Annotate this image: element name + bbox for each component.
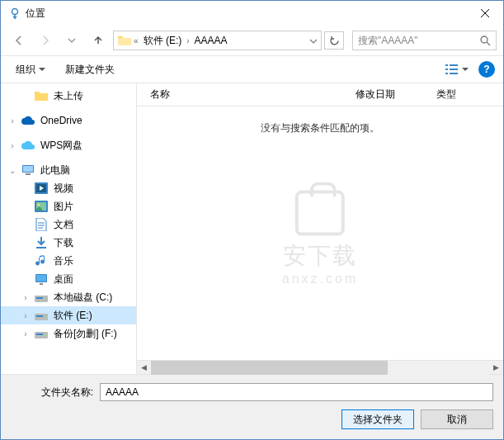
address-dropdown[interactable]: [309, 36, 318, 45]
toolbar: 组织 新建文件夹 ?: [1, 55, 503, 83]
svg-rect-7: [450, 73, 458, 74]
svg-rect-2: [445, 64, 448, 66]
svg-rect-18: [36, 275, 46, 282]
search-input[interactable]: 搜索"AAAAA": [352, 31, 497, 50]
close-button[interactable]: [466, 1, 503, 26]
wps-icon: [21, 138, 35, 153]
svg-rect-10: [26, 173, 31, 175]
empty-message: 没有与搜索条件匹配的项。: [137, 106, 503, 135]
drive-icon: [34, 326, 49, 341]
svg-rect-21: [36, 297, 43, 299]
foldername-label: 文件夹名称:: [11, 386, 93, 400]
expand-icon[interactable]: ›: [21, 311, 31, 320]
titlebar: 位置: [1, 1, 503, 26]
tree-downloads[interactable]: 下载: [1, 234, 136, 252]
svg-point-25: [45, 316, 46, 318]
desktop-icon: [34, 272, 49, 286]
scroll-thumb[interactable]: [151, 361, 388, 375]
svg-point-1: [481, 36, 488, 43]
tree-soft-e[interactable]: ›软件 (E:): [1, 306, 136, 324]
tree-desktop[interactable]: 桌面: [1, 270, 136, 288]
pc-icon: [21, 163, 35, 177]
cancel-button[interactable]: 取消: [421, 409, 493, 429]
tree-video[interactable]: 视频: [1, 179, 136, 197]
drive-icon: [34, 308, 49, 323]
folder-icon: [34, 88, 49, 103]
svg-rect-9: [23, 166, 33, 172]
crumb-folder[interactable]: AAAAA: [191, 35, 231, 46]
col-modified[interactable]: 修改日期: [356, 88, 436, 102]
crumb-prefix: «: [134, 36, 139, 45]
expand-icon[interactable]: ›: [7, 141, 17, 150]
svg-rect-24: [36, 315, 43, 317]
documents-icon: [34, 217, 49, 232]
crumb-drive[interactable]: 软件 (E:): [140, 34, 186, 48]
organize-button[interactable]: 组织: [9, 59, 52, 80]
refresh-button[interactable]: [324, 31, 344, 50]
downloads-icon: [34, 235, 49, 250]
app-icon: [7, 6, 22, 21]
forward-button[interactable]: [34, 31, 57, 50]
pictures-icon: [34, 199, 49, 214]
foldername-input[interactable]: [100, 383, 493, 401]
music-icon: [34, 253, 49, 268]
tree-not-uploaded[interactable]: 未上传: [1, 87, 136, 105]
window-title: 位置: [22, 7, 466, 21]
svg-point-28: [45, 334, 46, 336]
scroll-right-icon[interactable]: ▶: [489, 361, 503, 375]
svg-rect-4: [445, 69, 448, 70]
svg-rect-3: [450, 64, 458, 66]
svg-point-15: [38, 204, 40, 206]
search-placeholder: 搜索"AAAAA": [358, 34, 480, 48]
expand-icon[interactable]: ›: [21, 329, 31, 338]
scroll-track[interactable]: [151, 361, 489, 375]
tree-pictures[interactable]: 图片: [1, 197, 136, 215]
column-headers: 名称 修改日期 类型: [137, 83, 503, 106]
tree-local-c[interactable]: ›本地磁盘 (C:): [1, 288, 136, 306]
folder-icon: [117, 33, 132, 48]
svg-point-22: [45, 298, 46, 300]
footer: 文件夹名称: 选择文件夹 取消: [1, 374, 503, 439]
expand-icon[interactable]: ›: [21, 293, 31, 302]
select-folder-button[interactable]: 选择文件夹: [341, 409, 414, 429]
col-name[interactable]: 名称: [137, 88, 356, 102]
tree-wps[interactable]: ›WPS网盘: [1, 136, 136, 154]
help-button[interactable]: ?: [478, 61, 495, 78]
main-area: 未上传 ›OneDrive ›WPS网盘 ⌄此电脑 视频 图片 文档 下载 音乐…: [1, 83, 503, 374]
tree-music[interactable]: 音乐: [1, 252, 136, 270]
scroll-left-icon[interactable]: ◀: [137, 361, 151, 375]
onedrive-icon: [21, 113, 35, 128]
tree-documents[interactable]: 文档: [1, 215, 136, 234]
expand-icon[interactable]: ›: [7, 116, 17, 125]
col-type[interactable]: 类型: [436, 88, 503, 102]
horizontal-scrollbar[interactable]: ◀ ▶: [137, 360, 503, 374]
address-bar[interactable]: « 软件 (E:) › AAAAA: [113, 31, 322, 50]
svg-point-0: [12, 9, 18, 15]
tree-thispc[interactable]: ⌄此电脑: [1, 161, 136, 179]
back-button[interactable]: [7, 31, 31, 50]
new-folder-button[interactable]: 新建文件夹: [59, 59, 121, 80]
tree-onedrive[interactable]: ›OneDrive: [1, 111, 136, 130]
svg-rect-19: [40, 283, 43, 285]
drive-icon: [34, 290, 49, 305]
recent-dropdown[interactable]: [60, 31, 83, 50]
collapse-icon[interactable]: ⌄: [7, 166, 17, 175]
nav-bar: « 软件 (E:) › AAAAA 搜索"AAAAA": [1, 26, 503, 55]
video-icon: [34, 181, 49, 196]
svg-rect-5: [450, 69, 458, 70]
chevron-right-icon: ›: [186, 36, 189, 45]
svg-rect-16: [36, 247, 46, 248]
svg-rect-6: [445, 73, 448, 74]
file-list: 名称 修改日期 类型 没有与搜索条件匹配的项。 安下载 anxz.com ◀ ▶: [137, 83, 503, 374]
tree-backup-f[interactable]: ›备份[勿删] (F:): [1, 324, 136, 343]
tree-view[interactable]: 未上传 ›OneDrive ›WPS网盘 ⌄此电脑 视频 图片 文档 下载 音乐…: [1, 83, 137, 374]
view-button[interactable]: [442, 62, 472, 77]
up-button[interactable]: [87, 31, 110, 50]
search-icon: [480, 35, 491, 46]
svg-rect-27: [36, 334, 43, 335]
